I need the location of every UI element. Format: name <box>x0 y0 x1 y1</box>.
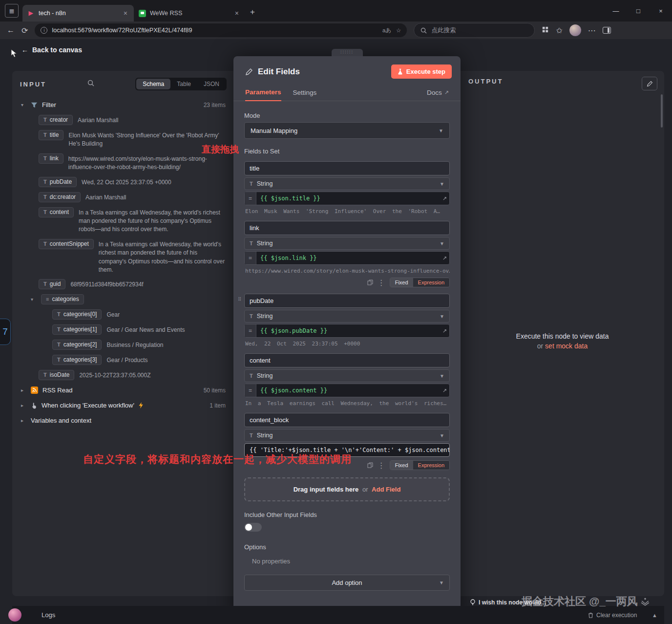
mode-select[interactable]: Manual Mapping ▼ <box>244 122 450 139</box>
clear-execution-button[interactable]: Clear execution <box>588 612 637 619</box>
browser-tab-wewe[interactable]: WeWe RSS × <box>134 5 245 22</box>
field-expression-input[interactable]: = {{ $json.pubDate }} <box>244 324 450 338</box>
url-bar[interactable]: i localhost:5679/workflow/72RoUZftlePXE4… <box>35 23 407 37</box>
schema-field-categories-1[interactable]: Tcategories[1] Gear / Gear News and Even… <box>20 322 227 337</box>
chevron-right-icon[interactable]: ▸ <box>21 418 26 423</box>
copy-icon[interactable] <box>367 280 373 285</box>
expression-text[interactable]: {{ $json.content }} <box>256 384 440 397</box>
field-expression-input[interactable]: = {{ $json.title }} <box>244 192 450 205</box>
input-search-icon[interactable] <box>87 80 94 88</box>
tab-settings[interactable]: Settings <box>293 84 317 101</box>
chevron-up-icon[interactable]: ▲ <box>652 612 657 618</box>
modal-drag-handle[interactable]: :::::: <box>332 49 363 56</box>
field-name-input[interactable]: content <box>244 353 450 367</box>
expression-text[interactable]: {{ $json.link }} <box>256 252 440 264</box>
field-key-pill[interactable]: Tlink <box>39 153 63 164</box>
toggle-expression[interactable]: Expression <box>413 461 449 470</box>
field-key-pill[interactable]: TpubDate <box>39 177 77 187</box>
refresh-icon[interactable]: ⟳ <box>21 26 28 35</box>
edit-output-button[interactable] <box>642 77 657 90</box>
field-key-pill[interactable]: Tcreator <box>39 115 73 125</box>
extensions-icon[interactable] <box>542 26 549 35</box>
drag-grip-icon[interactable]: ⠿ <box>238 297 241 302</box>
toggle-expression[interactable]: Expression <box>413 278 449 287</box>
sidebar-toggle-icon[interactable] <box>603 27 611 34</box>
tab-close-icon[interactable]: × <box>122 9 129 17</box>
schema-field-dccreator[interactable]: Tdc:creator Aarian Marshall <box>20 190 227 205</box>
browser-profile-avatar[interactable] <box>569 24 581 36</box>
include-other-toggle[interactable] <box>244 523 262 532</box>
toggle-fixed[interactable]: Fixed <box>390 461 413 470</box>
schema-field-categories-2[interactable]: Tcategories[2] Business / Regulation <box>20 337 227 352</box>
node-manual-trigger[interactable]: ▸ When clicking 'Execute workflow' 1 ite… <box>20 398 227 413</box>
schema-field-content[interactable]: Tcontent In a Tesla earnings call Wednes… <box>20 205 227 237</box>
node-variables-context[interactable]: ▸ Variables and context <box>20 413 227 428</box>
field-type-select[interactable]: T String ▼ <box>244 369 450 382</box>
expand-expression-icon[interactable] <box>440 252 449 264</box>
more-options-icon[interactable]: ⋮ <box>378 278 385 287</box>
scrollbar-thumb[interactable] <box>661 94 663 128</box>
favorite-star-icon[interactable]: ☆ <box>396 27 401 34</box>
translate-icon[interactable]: aあ <box>382 27 391 34</box>
chevron-down-icon[interactable]: ▾ <box>31 297 36 302</box>
browser-tab-n8n[interactable]: tech - n8n × <box>22 5 134 22</box>
schema-field-link[interactable]: Tlink https://www.wired.com/story/elon-m… <box>20 151 227 174</box>
field-type-select[interactable]: T String ▼ <box>244 429 450 442</box>
field-name-input[interactable]: title <box>244 161 450 175</box>
schema-field-contentsnippet[interactable]: TcontentSnippet In a Tesla earnings call… <box>20 237 227 277</box>
copy-icon[interactable] <box>367 462 373 468</box>
node-filter[interactable]: ▾ Filter 23 items <box>20 97 227 112</box>
tab-close-icon[interactable]: × <box>233 9 240 17</box>
field-key-pill[interactable]: Tcategories[2] <box>52 340 102 350</box>
schema-field-creator[interactable]: Tcreator Aarian Marshall <box>20 112 227 128</box>
field-type-select[interactable]: T String ▼ <box>244 177 450 190</box>
maximize-button[interactable]: □ <box>627 0 650 22</box>
tab-parameters[interactable]: Parameters <box>245 84 281 101</box>
tab-schema[interactable]: Schema <box>136 79 170 89</box>
user-avatar[interactable] <box>8 608 21 622</box>
schema-field-categories-3[interactable]: Tcategories[3] Gear / Products <box>20 352 227 367</box>
add-field-link[interactable]: Add Field <box>372 486 400 493</box>
favorites-bar-icon[interactable]: ✩ <box>556 26 562 35</box>
field-key-pill[interactable]: ≡categories <box>41 294 84 304</box>
chevron-down-icon[interactable]: ▾ <box>21 102 26 108</box>
back-icon[interactable]: ← <box>7 26 15 35</box>
drag-drop-zone[interactable]: Drag input fields here or Add Field <box>244 477 450 501</box>
field-key-pill[interactable]: Tcategories[3] <box>52 355 102 365</box>
schema-field-categories-0[interactable]: Tcategories[0] Gear <box>20 307 227 322</box>
field-key-pill[interactable]: Tcategories[1] <box>52 324 102 335</box>
expand-expression-icon[interactable] <box>440 324 449 337</box>
field-name-input[interactable]: link <box>244 221 450 235</box>
field-expression-input[interactable]: = {{ $json.link }} <box>244 251 450 265</box>
back-to-canvas[interactable]: ← Back to canvas <box>21 46 82 54</box>
field-key-pill[interactable]: Tguid <box>39 279 65 289</box>
field-name-input[interactable]: pubDate <box>244 294 450 308</box>
field-expression-input[interactable]: = {{ $json.content }} <box>244 384 450 397</box>
tab-actions-icon[interactable]: ▦ <box>5 4 19 18</box>
set-mock-data-link[interactable]: set mock data <box>545 342 588 350</box>
field-expression-input[interactable]: {{ 'Title:'+$json.title + '\n'+'Content:… <box>244 443 450 457</box>
field-key-pill[interactable]: Tdc:creator <box>39 192 81 202</box>
expression-text[interactable]: {{ $json.title }} <box>256 192 440 205</box>
expression-text[interactable]: {{ $json.pubDate }} <box>256 324 440 337</box>
docs-link[interactable]: Docs ↗ <box>427 84 449 101</box>
docked-tab-badge[interactable]: 7 <box>0 319 11 345</box>
field-key-pill[interactable]: TcontentSnippet <box>39 239 94 249</box>
expand-expression-icon[interactable] <box>440 192 449 205</box>
expression-text[interactable]: {{ 'Title:'+$json.title + '\n'+'Content:… <box>245 444 449 456</box>
site-info-icon[interactable]: i <box>41 27 47 34</box>
schema-field-categories[interactable]: ▾ ≡categories <box>20 292 227 307</box>
schema-field-guid[interactable]: Tguid 68f95911d384f9bb6572934f <box>20 277 227 292</box>
field-key-pill[interactable]: Ttitle <box>39 130 63 140</box>
schema-field-pubdate[interactable]: TpubDate Wed, 22 Oct 2025 23:37:05 +0000 <box>20 174 227 190</box>
field-key-pill[interactable]: TisoDate <box>39 370 74 380</box>
field-name-input[interactable]: content_block <box>244 413 450 427</box>
field-type-select[interactable]: T String ▼ <box>244 310 450 323</box>
field-type-select[interactable]: T String ▼ <box>244 237 450 250</box>
close-window-button[interactable]: × <box>650 0 672 22</box>
tab-json[interactable]: JSON <box>197 79 226 89</box>
field-key-pill[interactable]: Tcontent <box>39 207 74 217</box>
toggle-fixed[interactable]: Fixed <box>390 278 413 287</box>
chevron-right-icon[interactable]: ▸ <box>21 387 26 393</box>
more-options-icon[interactable]: ⋮ <box>378 461 385 470</box>
